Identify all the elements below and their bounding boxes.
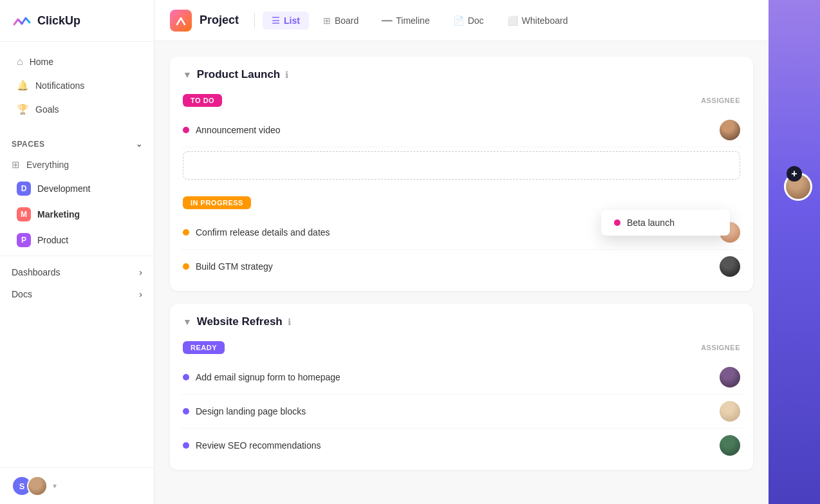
status-badge-ready: READY <box>183 341 225 354</box>
user-avatars[interactable]: S <box>12 476 48 496</box>
board-icon: ⊞ <box>323 15 331 26</box>
grid-icon: ⊞ <box>12 159 20 171</box>
sidebar-item-home[interactable]: ⌂ Home <box>5 50 149 73</box>
todo-header-row: TO DO ASSIGNEE <box>180 89 743 111</box>
logo-area: ClickUp <box>0 0 154 42</box>
task-name-1: Announcement video <box>196 125 281 135</box>
task-row-6[interactable]: Review SEO recommendations <box>180 429 743 462</box>
task-avatar-4 <box>720 367 740 387</box>
chevron-right-icon: › <box>139 267 142 277</box>
spaces-label: Spaces <box>12 140 44 149</box>
task-name-3: Build GTM strategy <box>196 261 273 272</box>
bell-icon: 🔔 <box>17 80 29 91</box>
task-name-2: Confirm release details and dates <box>196 227 330 238</box>
group-inprogress: IN PROGRESS Confirm release details and … <box>170 191 753 291</box>
section-website-refresh-header: ▼ Website Refresh ℹ <box>170 304 753 336</box>
dashboards-label: Dashboards <box>12 267 61 277</box>
sidebar-item-goals[interactable]: 🏆 Goals <box>5 98 149 121</box>
home-icon: ⌂ <box>17 56 23 68</box>
sidebar-item-product[interactable]: P Product <box>5 228 149 252</box>
task-avatar-1 <box>720 120 740 140</box>
status-badge-todo: TO DO <box>183 94 222 107</box>
task-dot-purple-3 <box>183 442 189 449</box>
sidebar-footer: S ▾ <box>0 467 154 504</box>
tab-whiteboard-label: Whiteboard <box>522 15 568 26</box>
marketing-label: Marketing <box>37 209 80 219</box>
sidebar-item-marketing[interactable]: M Marketing <box>5 202 149 227</box>
assignee-label-todo: ASSIGNEE <box>701 97 740 104</box>
drag-card-dot <box>614 219 620 226</box>
chevron-down-icon-footer[interactable]: ▾ <box>53 481 57 490</box>
timeline-icon: ━━ <box>382 15 392 26</box>
assignee-label-ready: ASSIGNEE <box>701 344 740 351</box>
task-avatar-6 <box>720 435 740 456</box>
collapse-icon-1[interactable]: ▼ <box>183 70 192 80</box>
chevron-right-icon-docs: › <box>139 289 142 299</box>
info-icon-1: ℹ <box>285 70 288 80</box>
task-left-1: Announcement video <box>183 125 281 135</box>
doc-icon: 📄 <box>453 15 464 26</box>
content-area: ▼ Product Launch ℹ TO DO ASSIGNEE Announ… <box>154 41 769 504</box>
clickup-logo-icon <box>12 10 32 31</box>
sidebar-nav: ⌂ Home 🔔 Notifications 🏆 Goals <box>0 42 154 129</box>
drag-placeholder <box>183 151 740 180</box>
sidebar-bottom-section: Dashboards › Docs › <box>0 256 154 310</box>
spaces-section-header: Spaces ⌄ <box>0 135 154 154</box>
tab-board-label: Board <box>335 15 359 26</box>
app-name: ClickUp <box>37 14 80 28</box>
tab-doc-label: Doc <box>468 15 484 26</box>
tab-board[interactable]: ⊞ Board <box>314 12 368 30</box>
task-row-3[interactable]: Build GTM strategy <box>180 250 743 283</box>
sidebar-home-label: Home <box>30 57 53 67</box>
sidebar-item-dashboards[interactable]: Dashboards › <box>0 261 154 283</box>
tab-list-label: List <box>284 15 300 26</box>
development-label: Development <box>37 183 91 194</box>
tab-divider <box>254 13 255 28</box>
task-name-5: Design landing page blocks <box>196 406 306 416</box>
sidebar-item-notifications[interactable]: 🔔 Notifications <box>5 74 149 97</box>
tab-timeline[interactable]: ━━ Timeline <box>373 12 438 30</box>
docs-label: Docs <box>12 289 32 299</box>
chevron-down-icon[interactable]: ⌄ <box>136 140 143 149</box>
task-row[interactable]: Announcement video <box>180 113 743 147</box>
drag-card: Beta launch <box>601 210 730 236</box>
product-badge: P <box>17 233 31 247</box>
development-badge: D <box>17 182 31 196</box>
ready-header-row: READY ASSIGNEE <box>180 336 743 358</box>
tab-doc[interactable]: 📄 Doc <box>444 12 493 30</box>
status-badge-inprogress: IN PROGRESS <box>183 196 251 209</box>
sidebar-notifications-label: Notifications <box>35 80 84 91</box>
product-label: Product <box>37 235 68 245</box>
tab-list[interactable]: ☰ List <box>263 12 309 30</box>
task-avatar-5 <box>720 401 740 422</box>
sidebar-item-development[interactable]: D Development <box>5 176 149 201</box>
list-icon: ☰ <box>272 15 280 26</box>
tab-whiteboard[interactable]: ⬜ Whiteboard <box>498 12 577 30</box>
tab-timeline-label: Timeline <box>396 15 429 26</box>
task-row-4[interactable]: Add email signup form to homepage <box>180 360 743 395</box>
drag-card-text: Beta launch <box>627 218 675 228</box>
group-ready: READY ASSIGNEE Add email signup form to … <box>170 336 753 470</box>
section-product-launch-header: ▼ Product Launch ℹ <box>170 57 753 89</box>
project-icon <box>170 10 192 32</box>
task-dot-purple-1 <box>183 374 189 380</box>
task-dot-purple-2 <box>183 408 189 415</box>
trophy-icon: 🏆 <box>17 104 29 115</box>
task-left-2: Confirm release details and dates <box>183 227 330 238</box>
task-name-6: Review SEO recommendations <box>196 440 321 451</box>
collapse-icon-2[interactable]: ▼ <box>183 317 192 327</box>
task-avatar-3 <box>720 256 740 277</box>
task-left-3: Build GTM strategy <box>183 261 273 272</box>
user-avatar-photo <box>27 476 48 496</box>
task-dot-yellow-1 <box>183 229 189 236</box>
sidebar-item-everything[interactable]: ⊞ Everything <box>0 154 154 176</box>
sidebar: ClickUp ⌂ Home 🔔 Notifications 🏆 Goals S… <box>0 0 154 504</box>
sidebar-item-docs[interactable]: Docs › <box>0 283 154 305</box>
task-row-5[interactable]: Design landing page blocks <box>180 395 743 429</box>
whiteboard-icon: ⬜ <box>507 15 518 26</box>
section-product-launch: ▼ Product Launch ℹ TO DO ASSIGNEE Announ… <box>170 57 753 291</box>
group-todo: TO DO ASSIGNEE Announcement video <box>170 89 753 191</box>
task-dot-yellow-2 <box>183 263 189 270</box>
section-website-refresh: ▼ Website Refresh ℹ READY ASSIGNEE Add e… <box>170 304 753 470</box>
task-left-6: Review SEO recommendations <box>183 440 321 451</box>
